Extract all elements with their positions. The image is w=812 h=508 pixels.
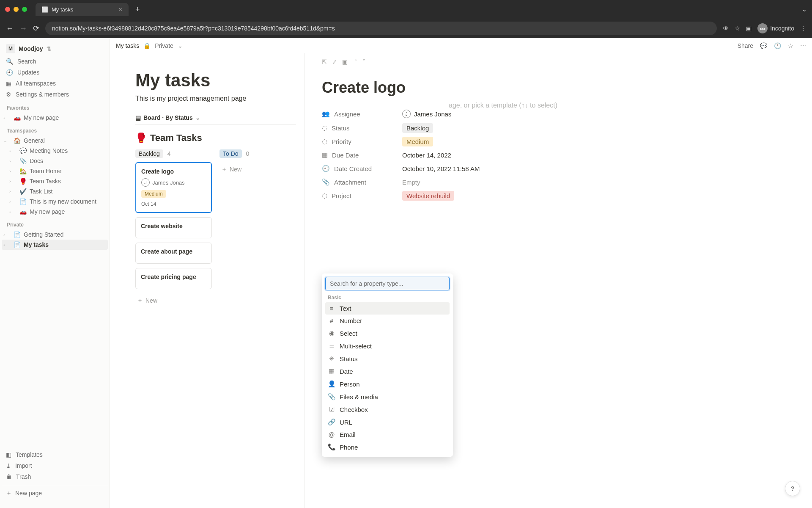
next-page-icon[interactable]: ˅	[362, 58, 365, 65]
prop-attachment[interactable]: 📎Attachment Empty	[322, 175, 795, 189]
sidebar-settings[interactable]: ⚙ Settings & members	[2, 89, 108, 100]
new-card-button[interactable]: ＋New	[219, 162, 296, 177]
extensions-icon[interactable]: ▣	[746, 25, 752, 32]
new-card-button[interactable]: ＋New	[135, 293, 212, 308]
sidebar-trash[interactable]: 🗑Trash	[2, 471, 108, 482]
card-create-website[interactable]: Create website	[135, 217, 212, 238]
view-switcher[interactable]: ▤ Board · By Status ⌄	[135, 111, 296, 125]
property-search-input[interactable]	[325, 277, 450, 290]
popup-item-person[interactable]: 👤Person	[325, 378, 450, 390]
chevron-right-icon[interactable]: ›	[9, 158, 16, 163]
sidebar-page-new-document[interactable]: ›📄This is my new document	[8, 196, 108, 207]
address-bar: ← → ⟳ notion.so/My-tasks-e6f34988812d420…	[0, 19, 812, 38]
expand-icon[interactable]: ⤢	[332, 58, 337, 65]
tab-close-icon[interactable]: ✕	[118, 6, 123, 13]
popup-item-phone[interactable]: 📞Phone	[325, 441, 450, 453]
chevron-right-icon[interactable]: ›	[9, 148, 16, 153]
kebab-menu-icon[interactable]: ⋮	[800, 25, 806, 32]
browser-tab[interactable]: ⬜ My tasks ✕	[36, 3, 129, 16]
window-close-button[interactable]	[5, 7, 10, 12]
column-name[interactable]: Backlog	[135, 149, 163, 158]
eye-off-icon[interactable]: 👁	[723, 25, 729, 32]
url-input[interactable]: notion.so/My-tasks-e6f34988812d420c875c9…	[45, 22, 717, 35]
breadcrumb-privacy[interactable]: Private	[155, 42, 173, 49]
prev-page-icon[interactable]: ˄	[354, 58, 357, 65]
page-description[interactable]: This is my project management page	[135, 95, 296, 102]
sidebar-page-docs[interactable]: ›📎Docs	[8, 156, 108, 166]
sidebar-page-my-tasks[interactable]: ›📄My tasks	[2, 240, 108, 250]
person-icon: 👤	[328, 380, 335, 388]
notion-favicon-icon: ⬜	[41, 6, 48, 13]
new-page-button[interactable]: ＋New page	[2, 485, 108, 501]
sidebar-all-teamspaces[interactable]: ▦ All teamspaces	[2, 78, 108, 89]
reload-icon[interactable]: ⟳	[33, 24, 39, 33]
chevron-right-icon[interactable]: ›	[9, 168, 16, 174]
back-icon[interactable]: ←	[6, 24, 14, 33]
sidebar-templates[interactable]: ◧Templates	[2, 449, 108, 460]
sidebar-page-mynewpage-2[interactable]: ›🚗My new page	[8, 207, 108, 217]
open-as-page-icon[interactable]: ⇱	[322, 58, 327, 65]
column-name[interactable]: To Do	[219, 149, 242, 158]
history-icon[interactable]: 🕘	[774, 42, 781, 49]
peek-mode-icon[interactable]: ▣	[342, 58, 348, 65]
status-icon: ◌	[322, 192, 327, 199]
prop-status[interactable]: ◌Status Backlog	[322, 121, 795, 135]
chevron-right-icon[interactable]: ›	[3, 232, 10, 237]
star-icon[interactable]: ☆	[788, 42, 793, 49]
popup-item-number[interactable]: #Number	[325, 315, 450, 327]
sidebar-page-team-tasks[interactable]: ›🥊Team Tasks	[8, 176, 108, 186]
popup-item-status[interactable]: ✳Status	[325, 352, 450, 365]
card-create-pricing-page[interactable]: Create pricing page	[135, 268, 212, 289]
prop-due-date[interactable]: ▦Due Date October 14, 2022	[322, 148, 795, 162]
workspace-switcher[interactable]: M Moodjoy ⇅	[2, 41, 108, 56]
comment-icon[interactable]: 💬	[760, 42, 767, 49]
popup-item-email[interactable]: @Email	[325, 428, 450, 441]
prop-project[interactable]: ◌Project Website rebuild	[322, 189, 795, 202]
svg-point-0	[761, 28, 763, 30]
card-create-about-page[interactable]: Create about page	[135, 243, 212, 264]
sidebar-updates[interactable]: 🕘 Updates	[2, 67, 108, 78]
popup-item-files[interactable]: 📎Files & media	[325, 390, 450, 403]
popup-item-text[interactable]: ≡Text	[325, 302, 450, 315]
chevron-right-icon[interactable]: ›	[9, 179, 16, 184]
window-maximize-button[interactable]	[22, 7, 27, 12]
detail-title[interactable]: Create logo	[322, 79, 795, 97]
popup-item-url[interactable]: 🔗URL	[325, 416, 450, 428]
sidebar-import[interactable]: ⤓Import	[2, 460, 108, 471]
page-title[interactable]: My tasks	[135, 70, 296, 91]
template-icon: ◧	[6, 451, 11, 458]
chevron-updown-icon: ⇅	[47, 45, 52, 52]
page-body-placeholder[interactable]: age, or pick a template (↑↓ to select)	[322, 102, 795, 109]
prop-priority[interactable]: ◌Priority Medium	[322, 135, 795, 148]
popup-item-date[interactable]: ▦Date	[325, 365, 450, 378]
sidebar-page-meeting-notes[interactable]: ›💬Meeting Notes	[8, 146, 108, 156]
tabs-dropdown-icon[interactable]: ⌄	[802, 6, 807, 13]
sidebar-teamspace-general[interactable]: ⌄ 🏠 General	[2, 135, 108, 146]
chevron-down-icon[interactable]: ⌄	[3, 138, 10, 144]
sidebar-page-fav-mynewpage[interactable]: › 🚗 My new page	[2, 113, 108, 123]
popup-item-checkbox[interactable]: ☑Checkbox	[325, 403, 450, 416]
popup-item-select[interactable]: ◉Select	[325, 327, 450, 340]
sidebar-page-getting-started[interactable]: ›📄Getting Started	[2, 229, 108, 240]
new-tab-button[interactable]: +	[132, 5, 143, 14]
card-create-logo[interactable]: Create logo J James Jonas Medium Oct 14	[135, 162, 212, 213]
chevron-right-icon[interactable]: ›	[9, 189, 16, 194]
forward-icon[interactable]: →	[19, 24, 27, 33]
sidebar-page-team-home[interactable]: ›🏡Team Home	[8, 166, 108, 176]
bookmark-star-icon[interactable]: ☆	[735, 25, 740, 32]
chevron-right-icon[interactable]: ›	[9, 199, 16, 204]
chevron-right-icon[interactable]: ›	[9, 209, 16, 214]
share-button[interactable]: Share	[738, 42, 753, 49]
help-button[interactable]: ?	[785, 481, 800, 496]
sidebar-page-task-list[interactable]: ›✔️Task List	[8, 186, 108, 196]
chevron-right-icon[interactable]: ›	[3, 242, 10, 247]
group-title[interactable]: 🥊 Team Tasks	[135, 133, 296, 144]
sidebar-search[interactable]: 🔍 Search	[2, 56, 108, 67]
prop-date-created[interactable]: 🕘Date Created October 10, 2022 11:58 AM	[322, 162, 795, 175]
more-icon[interactable]: ⋯	[800, 42, 806, 49]
popup-item-multiselect[interactable]: ≣Multi-select	[325, 340, 450, 352]
breadcrumb-page[interactable]: My tasks	[116, 42, 139, 49]
window-minimize-button[interactable]	[14, 7, 19, 12]
chevron-right-icon[interactable]: ›	[3, 115, 10, 120]
chevron-down-icon[interactable]: ⌄	[178, 42, 183, 49]
